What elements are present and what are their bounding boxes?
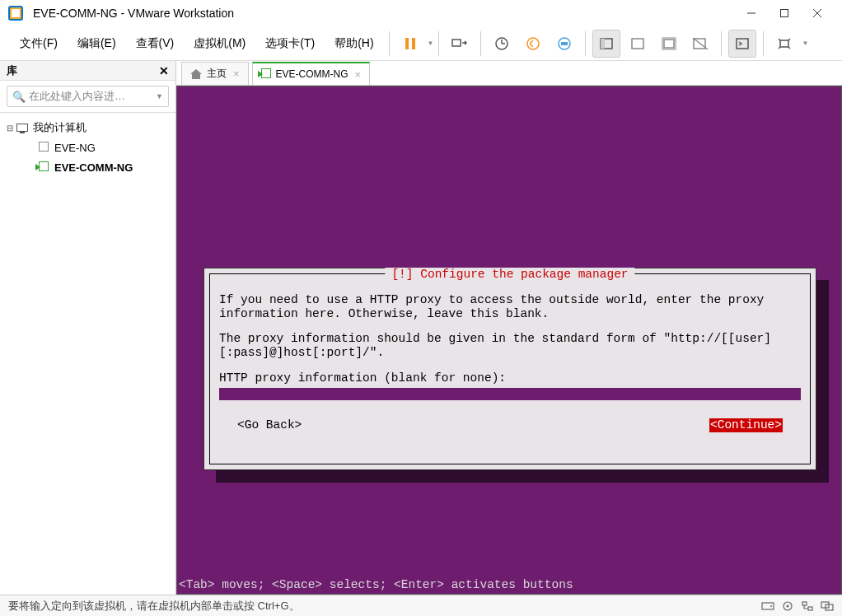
snapshot-revert-icon[interactable] bbox=[519, 30, 547, 58]
send-keys-icon[interactable] bbox=[446, 30, 474, 58]
dialog-text-2: The proxy information should be given in… bbox=[219, 332, 801, 359]
unity-icon[interactable] bbox=[686, 30, 714, 58]
continue-button[interactable]: <Continue> bbox=[709, 418, 783, 432]
cd-icon[interactable] bbox=[781, 600, 794, 612]
proxy-input[interactable] bbox=[219, 388, 801, 400]
library-title: 库 bbox=[7, 63, 17, 78]
dialog-title: [!] Configure the package manager bbox=[385, 268, 634, 281]
close-tab-icon[interactable]: × bbox=[355, 68, 362, 81]
close-button[interactable] bbox=[801, 2, 834, 25]
tab-vm[interactable]: EVE-COMM-NG × bbox=[252, 62, 371, 85]
svg-rect-12 bbox=[561, 42, 568, 45]
console-icon[interactable] bbox=[728, 30, 756, 58]
status-text: 要将输入定向到该虚拟机，请在虚拟机内部单击或按 Ctrl+G。 bbox=[8, 599, 300, 614]
pause-button[interactable]: ▼ bbox=[395, 30, 434, 58]
menu-vm[interactable]: 虚拟机(M) bbox=[184, 33, 255, 54]
dialog-text-3: HTTP proxy information (blank for none): bbox=[219, 371, 801, 385]
window-title: EVE-COMM-NG - VMware Workstation bbox=[33, 7, 234, 20]
svg-point-10 bbox=[527, 38, 539, 49]
snapshot-icon[interactable] bbox=[488, 30, 516, 58]
status-bar: 要将输入定向到该虚拟机，请在虚拟机内部单击或按 Ctrl+G。 bbox=[0, 595, 842, 616]
main-area: 主页 × EVE-COMM-NG × [!] Configure the pac… bbox=[176, 61, 842, 595]
menu-help[interactable]: 帮助(H) bbox=[325, 33, 383, 54]
snapshot-manager-icon[interactable] bbox=[550, 30, 578, 58]
vm-console[interactable]: [!] Configure the package manager If you… bbox=[176, 86, 842, 595]
vm-on-icon bbox=[261, 68, 271, 78]
library-sidebar: 库 ✕ 🔍 在此处键入内容进… ▼ ⊟ 我的计算机 EVE-NG EVE-COM… bbox=[0, 61, 176, 595]
monitors-icon[interactable] bbox=[821, 600, 834, 612]
collapse-icon[interactable]: ⊟ bbox=[5, 124, 15, 133]
installer-hint: <Tab> moves; <Space> selects; <Enter> ac… bbox=[177, 576, 841, 594]
maximize-button[interactable] bbox=[768, 2, 801, 25]
svg-rect-16 bbox=[664, 40, 674, 48]
tree-root[interactable]: ⊟ 我的计算机 bbox=[0, 118, 175, 138]
minimize-button[interactable] bbox=[735, 2, 768, 25]
svg-rect-4 bbox=[405, 38, 409, 49]
svg-rect-6 bbox=[452, 40, 461, 46]
menu-file[interactable]: 文件(F) bbox=[10, 33, 68, 54]
menu-toolbar: 文件(F) 编辑(E) 查看(V) 虚拟机(M) 选项卡(T) 帮助(H) ▼ … bbox=[0, 26, 842, 61]
svg-rect-27 bbox=[808, 607, 812, 610]
view-multiple-icon[interactable] bbox=[624, 30, 652, 58]
vm-tree: ⊟ 我的计算机 EVE-NG EVE-COMM-NG bbox=[0, 113, 175, 182]
vm-on-icon bbox=[39, 161, 49, 171]
menu-view[interactable]: 查看(V) bbox=[126, 33, 185, 54]
svg-rect-15 bbox=[632, 39, 643, 49]
search-input[interactable]: 🔍 在此处键入内容进… ▼ bbox=[7, 86, 169, 107]
app-icon bbox=[8, 6, 23, 21]
search-placeholder: 在此处键入内容进… bbox=[29, 89, 125, 104]
svg-rect-26 bbox=[802, 602, 807, 605]
svg-point-23 bbox=[770, 605, 772, 607]
menu-tabs[interactable]: 选项卡(T) bbox=[255, 33, 325, 54]
svg-rect-5 bbox=[412, 38, 415, 49]
tab-home[interactable]: 主页 × bbox=[181, 62, 249, 85]
search-icon: 🔍 bbox=[12, 91, 26, 103]
title-bar: EVE-COMM-NG - VMware Workstation bbox=[0, 0, 842, 26]
search-dropdown-icon[interactable]: ▼ bbox=[156, 92, 163, 100]
tree-item-eve-ng[interactable]: EVE-NG bbox=[0, 138, 175, 157]
go-back-button[interactable]: <Go Back> bbox=[237, 418, 302, 432]
vm-off-icon bbox=[39, 142, 49, 152]
svg-rect-1 bbox=[781, 10, 788, 17]
installer-dialog: [!] Configure the package manager If you… bbox=[203, 268, 816, 470]
close-library-icon[interactable]: ✕ bbox=[159, 64, 169, 77]
network-icon[interactable] bbox=[801, 600, 814, 612]
computer-icon bbox=[16, 124, 28, 132]
close-tab-icon[interactable]: × bbox=[233, 68, 240, 80]
home-icon bbox=[190, 69, 202, 79]
fullscreen-icon[interactable] bbox=[655, 30, 683, 58]
disk-icon[interactable] bbox=[761, 600, 774, 612]
menu-edit[interactable]: 编辑(E) bbox=[68, 33, 126, 54]
tree-item-eve-comm-ng[interactable]: EVE-COMM-NG bbox=[0, 157, 175, 177]
tab-strip: 主页 × EVE-COMM-NG × bbox=[176, 61, 842, 86]
library-header: 库 ✕ bbox=[0, 61, 175, 81]
svg-point-25 bbox=[787, 604, 789, 607]
dialog-text-1: If you need to use a HTTP proxy to acces… bbox=[219, 293, 801, 320]
view-single-icon[interactable] bbox=[592, 30, 620, 58]
stretch-icon[interactable]: ▼ bbox=[769, 30, 808, 58]
svg-rect-21 bbox=[780, 40, 788, 47]
svg-rect-14 bbox=[601, 39, 605, 49]
